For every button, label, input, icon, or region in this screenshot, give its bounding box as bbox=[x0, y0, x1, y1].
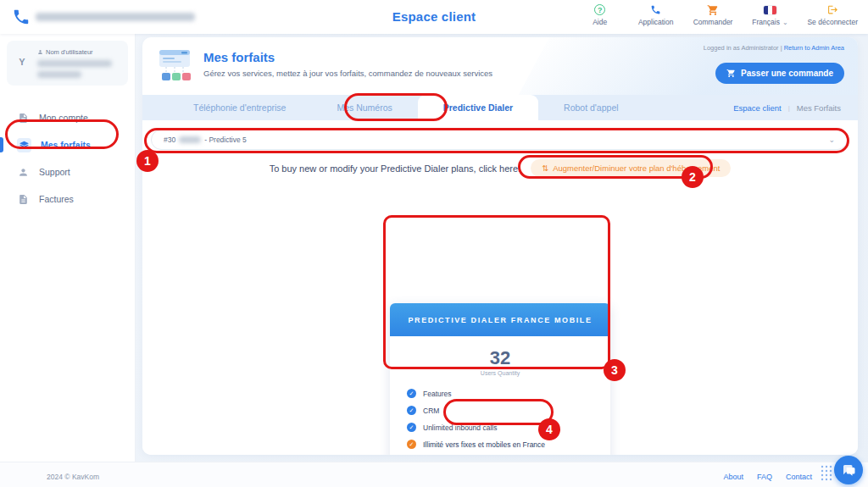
tab-content: #30 - Predictive 5 ⌄ To buy new or modif… bbox=[142, 120, 858, 455]
user-label: Nom d'utilisateur bbox=[46, 48, 93, 56]
plan-card-header: PREDICTIVE DIALER FRANCE MOBILE bbox=[390, 303, 610, 336]
footer-link-about[interactable]: About bbox=[723, 473, 743, 481]
feature-item: ✓ Features bbox=[407, 389, 610, 398]
footer-link-faq[interactable]: FAQ bbox=[757, 473, 772, 481]
tab-robot-appel[interactable]: Robot d'appel bbox=[538, 95, 643, 120]
user-name-redacted bbox=[37, 60, 112, 67]
chevron-down-icon: ⌄ bbox=[782, 19, 788, 26]
footer-link-contact[interactable]: Contact bbox=[786, 473, 812, 481]
navbar-actions: ? Aide Application Commander Français⌄ bbox=[581, 3, 858, 26]
invoice-icon bbox=[17, 193, 30, 206]
tab-bar: Téléphonie d'entreprise Mes Numéros Pred… bbox=[142, 95, 858, 120]
check-circle-icon: ✓ bbox=[407, 440, 416, 449]
feature-item: ✓ Unlimited inbound calls bbox=[407, 423, 610, 432]
plan-name: PREDICTIVE DIALER FRANCE MOBILE bbox=[408, 316, 592, 324]
sidebar-menu: Mon compte Mes forfaits Support Factur bbox=[0, 104, 135, 213]
chat-widget-button[interactable] bbox=[834, 456, 863, 484]
section-title: Mes forfaits bbox=[203, 50, 275, 64]
user-name-redacted-2 bbox=[37, 71, 81, 78]
avatar: Y bbox=[15, 55, 29, 69]
person-icon bbox=[37, 49, 43, 55]
sidebar-item-mon-compte[interactable]: Mon compte bbox=[0, 104, 135, 131]
tab-mes-numeros[interactable]: Mes Numéros bbox=[311, 95, 417, 120]
users-quantity-label: Users Quantity bbox=[390, 370, 610, 376]
cart-icon bbox=[726, 69, 736, 78]
copyright: 2024 © KavKom bbox=[47, 473, 99, 481]
feature-item: ✓ Illimité vers fixes et mobiles en Fran… bbox=[407, 440, 610, 449]
upgrade-hint-text: To buy new or modify your Predictive Dia… bbox=[270, 163, 521, 174]
help-button[interactable]: ? Aide bbox=[581, 3, 619, 26]
tab-predictive-dialer[interactable]: Predictive Dialer bbox=[418, 95, 538, 120]
espace-client-page: Espace client ? Aide Application Command… bbox=[0, 0, 868, 487]
active-indicator bbox=[0, 137, 3, 152]
sidebar: Y Nom d'utilisateur Mon compte bbox=[0, 34, 136, 462]
order-button[interactable]: Passer une commande bbox=[715, 63, 844, 84]
users-quantity-value: 32 bbox=[390, 347, 610, 369]
sidebar-item-mes-forfaits[interactable]: Mes forfaits bbox=[0, 131, 135, 158]
sidebar-item-support[interactable]: Support bbox=[0, 158, 135, 185]
tab-telephonie-entreprise[interactable]: Téléphonie d'entreprise bbox=[168, 95, 311, 120]
breadcrumb: Espace client | Mes Forfaits bbox=[733, 95, 841, 120]
chat-bubbles-icon bbox=[841, 462, 856, 478]
document-icon bbox=[17, 112, 30, 125]
main-content-card: Mes forfaits Gérez vos services, mettez … bbox=[142, 37, 858, 455]
section-subtitle: Gérez vos services, mettez à jour vos fo… bbox=[203, 69, 492, 78]
feature-list: ✓ Features ✓ CRM ✓ Unlimited inbound cal… bbox=[407, 389, 610, 449]
footer: 2024 © KavKom About FAQ Contact bbox=[0, 462, 868, 487]
chevron-down-icon: ⌄ bbox=[828, 136, 835, 144]
check-circle-icon: ✓ bbox=[407, 406, 416, 415]
plan-select[interactable]: #30 - Predictive 5 ⌄ bbox=[151, 130, 848, 150]
cart-icon bbox=[707, 3, 719, 16]
check-circle-icon: ✓ bbox=[407, 423, 416, 432]
content-header: Mes forfaits Gérez vos services, mettez … bbox=[142, 37, 858, 95]
plan-id-redacted bbox=[179, 136, 201, 143]
sidebar-item-factures[interactable]: Factures bbox=[0, 185, 135, 213]
french-flag-icon bbox=[764, 3, 776, 16]
upgrade-plan-link[interactable]: ⇅ Augmenter/Diminuer votre plan d'héberg… bbox=[531, 159, 731, 177]
feature-item: ✓ CRM bbox=[407, 406, 610, 415]
user-box: Y Nom d'utilisateur bbox=[7, 41, 128, 86]
application-button[interactable]: Application bbox=[637, 3, 675, 26]
admin-note: Logged in as Administrator | Return to A… bbox=[704, 44, 844, 52]
plan-card: PREDICTIVE DIALER FRANCE MOBILE 32 Users… bbox=[390, 303, 610, 455]
person-icon bbox=[17, 166, 30, 179]
plans-icon bbox=[17, 138, 31, 152]
plans-illustration-icon bbox=[156, 47, 193, 87]
breadcrumb-separator: | bbox=[788, 104, 790, 112]
up-down-arrows-icon: ⇅ bbox=[542, 163, 548, 173]
help-icon: ? bbox=[594, 3, 605, 16]
return-admin-link[interactable]: Return to Admin Area bbox=[784, 44, 844, 52]
dots-decoration bbox=[821, 465, 834, 482]
breadcrumb-current: Mes Forfaits bbox=[797, 103, 841, 113]
check-circle-icon: ✓ bbox=[407, 389, 416, 398]
breadcrumb-parent[interactable]: Espace client bbox=[733, 103, 782, 113]
phone-icon bbox=[650, 3, 661, 16]
upgrade-row: To buy new or modify your Predictive Dia… bbox=[142, 159, 858, 177]
order-nav-button[interactable]: Commander bbox=[693, 3, 733, 26]
language-selector[interactable]: Français⌄ bbox=[751, 3, 788, 26]
logout-icon bbox=[827, 3, 838, 16]
footer-links: About FAQ Contact bbox=[723, 473, 812, 481]
logout-button[interactable]: Se déconnecter bbox=[807, 3, 858, 26]
top-navbar: Espace client ? Aide Application Command… bbox=[0, 0, 868, 34]
